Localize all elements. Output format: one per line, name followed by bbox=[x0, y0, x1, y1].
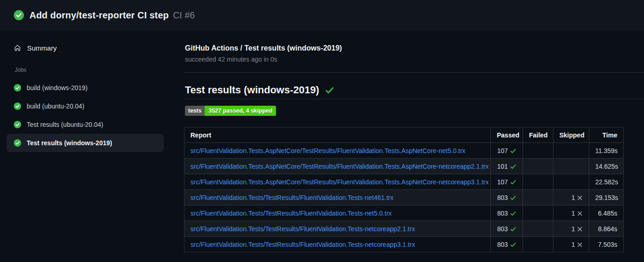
passed-check-icon bbox=[510, 179, 517, 186]
cell-skipped bbox=[553, 174, 589, 190]
sidebar: Summary Jobs build (windows-2019)build (… bbox=[0, 30, 184, 262]
table-row: src/FluentValidation.Tests/TestResults/F… bbox=[184, 190, 624, 205]
summary-label: Summary bbox=[27, 44, 57, 52]
passed-count: 803 bbox=[497, 194, 508, 201]
check-circle-icon bbox=[14, 121, 21, 128]
skipped-x-icon bbox=[577, 195, 583, 201]
column-header-failed: Failed bbox=[523, 127, 553, 143]
section-success-check-icon bbox=[325, 85, 334, 95]
check-run-page: { "header": { "title": "Add dorny/test-r… bbox=[0, 0, 644, 262]
cell-time: 11.359s bbox=[589, 143, 624, 159]
passed-count: 803 bbox=[497, 225, 508, 233]
skipped-x-icon bbox=[577, 226, 583, 232]
passed-count: 803 bbox=[497, 241, 508, 248]
cell-failed bbox=[523, 174, 553, 190]
report-link[interactable]: src/FluentValidation.Tests/TestResults/F… bbox=[190, 210, 392, 217]
cell-skipped: 1 bbox=[553, 190, 589, 205]
job-item-label: build (ubuntu-20.04) bbox=[27, 103, 84, 110]
job-item-label: build (windows-2019) bbox=[27, 84, 87, 91]
cell-report: src/FluentValidation.Tests.AspNetCore/Te… bbox=[184, 174, 491, 190]
cell-time: 14.625s bbox=[589, 159, 624, 174]
cell-report: src/FluentValidation.Tests/TestResults/F… bbox=[184, 237, 491, 252]
cell-skipped bbox=[553, 159, 589, 174]
cell-passed: 107 bbox=[491, 174, 523, 190]
passed-check-icon bbox=[510, 148, 517, 154]
job-item-label: Test results (ubuntu-20.04) bbox=[27, 121, 104, 128]
table-header-row: Report Passed Failed Skipped Time bbox=[184, 127, 624, 143]
skipped-count: 1 bbox=[571, 225, 575, 233]
cell-report: src/FluentValidation.Tests.AspNetCore/Te… bbox=[184, 159, 491, 174]
cell-time: 6.485s bbox=[589, 205, 624, 221]
passed-check-icon bbox=[510, 194, 517, 201]
sidebar-job-item-3[interactable]: Test results (windows-2019) bbox=[6, 134, 164, 152]
skipped-x-icon bbox=[577, 242, 583, 248]
jobs-list: build (windows-2019)build (ubuntu-20.04)… bbox=[0, 79, 184, 152]
cell-passed: 107 bbox=[491, 143, 523, 159]
report-link[interactable]: src/FluentValidation.Tests/TestResults/F… bbox=[190, 225, 415, 233]
passed-count: 107 bbox=[497, 178, 508, 186]
cell-failed bbox=[523, 190, 553, 205]
table-row: src/FluentValidation.Tests.AspNetCore/Te… bbox=[184, 174, 624, 190]
cell-skipped: 1 bbox=[553, 237, 589, 252]
cell-skipped bbox=[553, 143, 589, 159]
cell-time: 7.503s bbox=[589, 237, 624, 252]
passed-check-icon bbox=[510, 163, 517, 170]
cell-report: src/FluentValidation.Tests/TestResults/F… bbox=[184, 190, 491, 205]
table-row: src/FluentValidation.Tests/TestResults/F… bbox=[184, 205, 624, 221]
sidebar-job-item-0[interactable]: build (windows-2019) bbox=[6, 79, 164, 97]
cell-report: src/FluentValidation.Tests/TestResults/F… bbox=[184, 205, 491, 221]
cell-failed bbox=[523, 143, 553, 159]
skipped-count: 1 bbox=[571, 210, 575, 217]
sidebar-job-item-1[interactable]: build (ubuntu-20.04) bbox=[6, 97, 164, 115]
passed-check-icon bbox=[510, 226, 517, 233]
table-row: src/FluentValidation.Tests.AspNetCore/Te… bbox=[184, 143, 624, 159]
report-link[interactable]: src/FluentValidation.Tests/TestResults/F… bbox=[190, 241, 415, 248]
cell-failed bbox=[523, 159, 553, 174]
check-run-title: GitHub Actions / Test results (windows-2… bbox=[185, 44, 644, 53]
check-circle-icon bbox=[14, 84, 21, 91]
home-icon bbox=[14, 44, 21, 51]
cell-time: 22.582s bbox=[589, 174, 624, 190]
jobs-section-label: Jobs bbox=[15, 67, 184, 73]
job-item-label: Test results (windows-2019) bbox=[27, 139, 112, 147]
sidebar-job-item-2[interactable]: Test results (ubuntu-20.04) bbox=[6, 115, 164, 134]
column-header-report: Report bbox=[184, 127, 491, 143]
column-header-time: Time bbox=[589, 127, 624, 143]
table-row: src/FluentValidation.Tests/TestResults/F… bbox=[184, 237, 624, 252]
skipped-x-icon bbox=[577, 211, 583, 216]
cell-failed bbox=[523, 221, 553, 237]
column-header-passed: Passed bbox=[491, 127, 523, 143]
run-number: CI #6 bbox=[173, 10, 195, 21]
check-circle-icon bbox=[14, 139, 21, 147]
passed-count: 107 bbox=[497, 147, 508, 154]
report-link[interactable]: src/FluentValidation.Tests.AspNetCore/Te… bbox=[190, 147, 466, 154]
cell-skipped: 1 bbox=[553, 205, 589, 221]
cell-passed: 803 bbox=[491, 190, 523, 205]
cell-skipped: 1 bbox=[553, 221, 589, 237]
sidebar-item-summary[interactable]: Summary bbox=[14, 40, 184, 55]
report-link[interactable]: src/FluentValidation.Tests/TestResults/F… bbox=[190, 194, 393, 201]
cell-failed bbox=[523, 237, 553, 252]
tests-badge-value: 3527 passed, 4 skipped bbox=[205, 106, 276, 116]
column-header-skipped: Skipped bbox=[553, 127, 589, 143]
cell-report: src/FluentValidation.Tests/TestResults/F… bbox=[184, 221, 491, 237]
run-header: Add dorny/test-reporter CI step CI #6 bbox=[0, 0, 644, 30]
tests-badge: tests 3527 passed, 4 skipped bbox=[185, 106, 276, 116]
check-circle-icon bbox=[14, 103, 21, 110]
cell-passed: 803 bbox=[491, 221, 523, 237]
main-content: GitHub Actions / Test results (windows-2… bbox=[184, 30, 644, 262]
tests-badge-label: tests bbox=[185, 106, 205, 116]
report-link[interactable]: src/FluentValidation.Tests.AspNetCore/Te… bbox=[190, 163, 489, 170]
test-results-table: Report Passed Failed Skipped Time src/Fl… bbox=[184, 127, 624, 252]
section-title: Test results (windows-2019) bbox=[185, 83, 319, 97]
table-row: src/FluentValidation.Tests.AspNetCore/Te… bbox=[184, 159, 624, 174]
cell-failed bbox=[523, 205, 553, 221]
table-row: src/FluentValidation.Tests/TestResults/F… bbox=[184, 221, 624, 237]
report-link[interactable]: src/FluentValidation.Tests.AspNetCore/Te… bbox=[190, 178, 489, 186]
skipped-count: 1 bbox=[571, 241, 575, 248]
section-heading: Test results (windows-2019) bbox=[184, 83, 644, 99]
success-check-circle-icon bbox=[14, 10, 24, 20]
passed-count: 101 bbox=[497, 163, 508, 170]
check-run-status: succeeded 42 minutes ago in 0s bbox=[185, 55, 644, 72]
cell-time: 29.153s bbox=[589, 190, 624, 205]
